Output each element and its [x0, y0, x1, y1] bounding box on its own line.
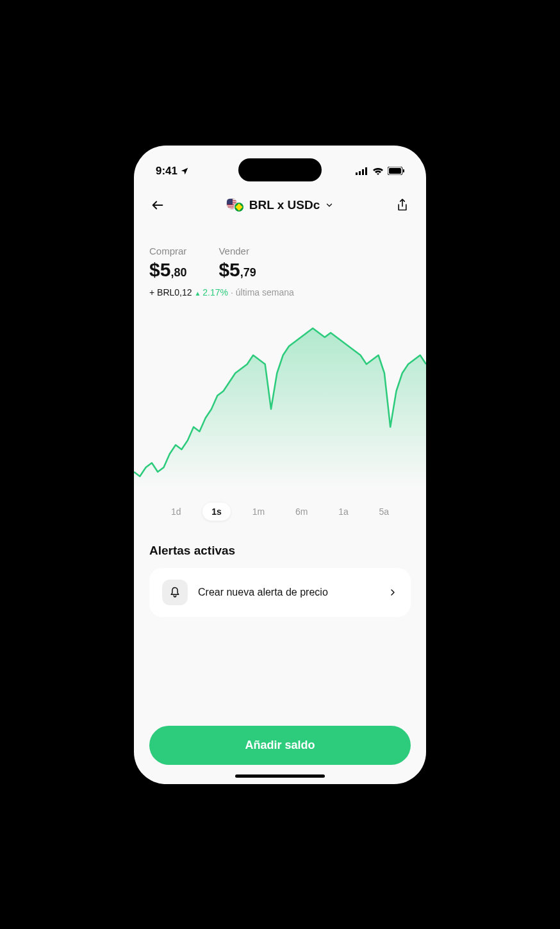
price-change-row: + BRL0,12 2.17% · última semana [149, 287, 411, 297]
sell-price-block: Vender $5,79 [218, 246, 256, 281]
price-change-period: · última semana [231, 287, 294, 297]
back-button[interactable] [148, 196, 167, 215]
currency-pair-label: BRL x USDc [249, 198, 320, 212]
bell-icon-wrap [162, 580, 188, 605]
buy-price-whole: $5 [149, 259, 170, 280]
alerts-title: Alertas activas [149, 544, 411, 558]
range-tab-6m[interactable]: 6m [286, 503, 317, 521]
arrow-left-icon [151, 198, 165, 212]
svg-rect-6 [403, 169, 404, 172]
phone-screen: 9:41 BRL x USDc [134, 146, 426, 784]
range-tab-1s[interactable]: 1s [202, 503, 231, 521]
bell-icon [169, 586, 181, 599]
share-icon [396, 198, 409, 212]
create-alert-card[interactable]: Crear nueva alerta de precio [149, 568, 411, 617]
price-change-percent: 2.17% [195, 287, 228, 297]
chevron-down-icon [325, 201, 334, 210]
svg-rect-3 [365, 167, 367, 175]
phone-frame: 9:41 BRL x USDc [126, 138, 434, 792]
sell-price-whole: $5 [218, 259, 240, 280]
range-tab-1m[interactable]: 1m [243, 503, 274, 521]
svg-rect-2 [362, 169, 364, 175]
range-tab-1d[interactable]: 1d [162, 503, 190, 521]
svg-rect-1 [359, 171, 361, 175]
currency-pair-selector[interactable]: BRL x USDc [226, 198, 334, 212]
range-tab-1a[interactable]: 1a [329, 503, 358, 521]
chevron-right-icon [388, 587, 398, 598]
add-balance-button[interactable]: Añadir saldo [149, 726, 411, 765]
sell-label: Vender [218, 246, 256, 256]
alerts-section: Alertas activas Crear nueva alerta de pr… [149, 544, 411, 617]
share-button[interactable] [393, 196, 412, 215]
range-tab-5a[interactable]: 5a [370, 503, 399, 521]
svg-rect-0 [356, 172, 358, 175]
wifi-icon [372, 167, 384, 175]
price-chart[interactable] [134, 310, 426, 490]
svg-rect-5 [389, 168, 401, 174]
location-icon [180, 167, 189, 176]
create-alert-label: Crear nueva alerta de precio [198, 587, 377, 598]
buy-label: Comprar [149, 246, 186, 256]
buy-price-block: Comprar $5,80 [149, 246, 186, 281]
buy-price-cents: ,80 [170, 266, 186, 279]
price-change-absolute: + BRL0,12 [149, 287, 192, 297]
home-indicator[interactable] [235, 774, 325, 778]
battery-icon [388, 167, 404, 175]
time-range-tabs: 1d1s1m6m1a5a [149, 490, 411, 521]
sell-price-cents: ,79 [240, 266, 256, 279]
price-row: Comprar $5,80 Vender $5,79 [149, 246, 411, 281]
status-time: 9:41 [156, 165, 177, 178]
nav-bar: BRL x USDc [134, 184, 426, 226]
dynamic-island [238, 158, 322, 181]
cellular-icon [356, 167, 368, 175]
currency-flags-icon [226, 198, 244, 212]
